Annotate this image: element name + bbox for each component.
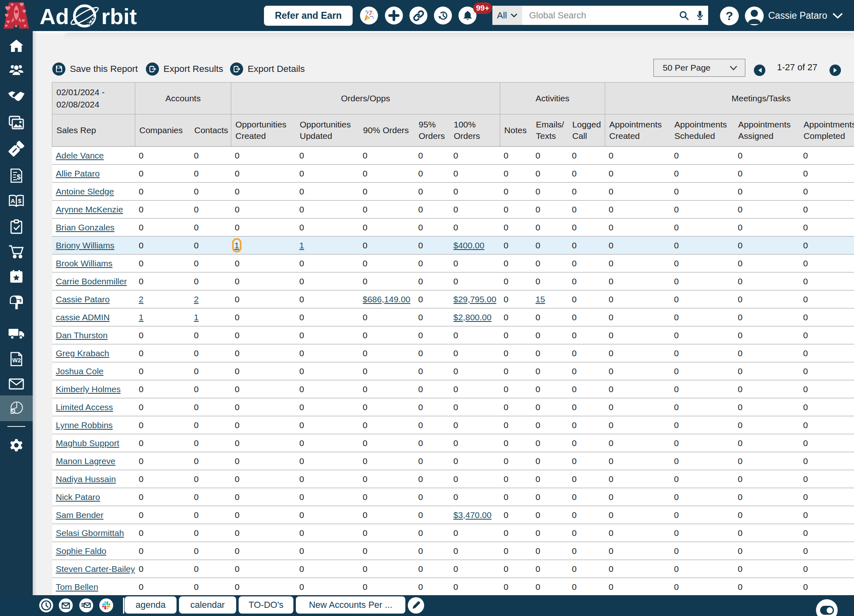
svg-text:W2: W2 [12, 357, 21, 364]
svg-text:A: A [11, 197, 15, 204]
svg-text:$: $ [17, 173, 21, 181]
svg-text:$: $ [18, 197, 22, 204]
svg-text:rbit: rbit [101, 4, 137, 29]
svg-text:Ad: Ad [40, 4, 69, 29]
